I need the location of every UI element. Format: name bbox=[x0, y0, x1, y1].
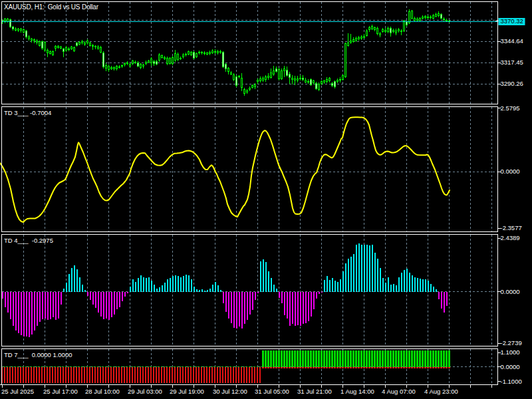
svg-text:TD 4___ -0.2975: TD 4___ -0.2975 bbox=[4, 237, 53, 244]
svg-text:3370.32: 3370.32 bbox=[501, 17, 523, 25]
svg-text:0.0000: 0.0000 bbox=[501, 168, 520, 175]
svg-text:30 Jul 12:00: 30 Jul 12:00 bbox=[213, 388, 247, 395]
svg-text:-2.2739: -2.2739 bbox=[501, 339, 522, 346]
svg-text:0.0000: 0.0000 bbox=[501, 363, 520, 370]
svg-text:3317.45: 3317.45 bbox=[501, 59, 523, 66]
svg-text:29 Jul 03:00: 29 Jul 03:00 bbox=[128, 388, 162, 395]
svg-text:2.5795: 2.5795 bbox=[501, 104, 520, 112]
svg-text:29 Jul 19:00: 29 Jul 19:00 bbox=[170, 388, 204, 395]
svg-text:TD 7___ 0.0000 1.0000: TD 7___ 0.0000 1.0000 bbox=[4, 351, 72, 358]
svg-text:1 Aug 14:00: 1 Aug 14:00 bbox=[340, 388, 374, 395]
svg-text:25 Jul 2025: 25 Jul 2025 bbox=[1, 388, 34, 395]
svg-text:3290.26: 3290.26 bbox=[501, 80, 523, 87]
svg-text:3344.64: 3344.64 bbox=[501, 37, 523, 45]
svg-text:31 Jul 05:00: 31 Jul 05:00 bbox=[255, 388, 289, 395]
svg-text:1.1000: 1.1000 bbox=[501, 348, 520, 356]
svg-text:0.0000: 0.0000 bbox=[501, 288, 520, 295]
svg-text:XAUUSD, H1: Gold vs US Dollar: XAUUSD, H1: Gold vs US Dollar bbox=[4, 3, 99, 11]
svg-text:28 Jul 10:00: 28 Jul 10:00 bbox=[85, 388, 120, 395]
svg-text:2.4389: 2.4389 bbox=[501, 234, 520, 241]
svg-text:-1.1000: -1.1000 bbox=[501, 378, 522, 385]
svg-text:31 Jul 21:00: 31 Jul 21:00 bbox=[297, 388, 332, 395]
svg-text:4 Aug 07:00: 4 Aug 07:00 bbox=[382, 388, 416, 395]
svg-text:-2.3577: -2.3577 bbox=[501, 224, 522, 231]
svg-text:TD 3___ -0.7004: TD 3___ -0.7004 bbox=[4, 109, 51, 116]
svg-text:25 Jul 17:00: 25 Jul 17:00 bbox=[43, 388, 78, 395]
svg-text:4 Aug 23:00: 4 Aug 23:00 bbox=[424, 388, 458, 395]
